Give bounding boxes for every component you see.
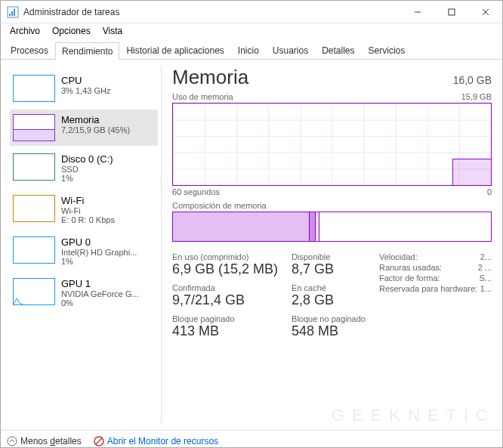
tab-rendimiento[interactable]: Rendimiento <box>55 42 119 60</box>
gpu0-thumb <box>13 236 55 264</box>
tab-inicio[interactable]: Inicio <box>231 42 266 59</box>
svg-point-8 <box>8 437 17 446</box>
sidebar-item-label: CPU <box>61 75 110 86</box>
sidebar-item-wifi[interactable]: Wi-Fi Wi-Fi E: 0 R: 0 Kbps <box>10 190 158 229</box>
open-resource-monitor-link[interactable]: Abrir el Monitor de recursos <box>94 436 218 446</box>
stats-grid: En uso (comprimido) 6,9 GB (15,2 MB) Con… <box>172 252 492 339</box>
window-title: Administrador de tareas <box>23 7 400 17</box>
sidebar-item-label: Memoria <box>61 114 130 125</box>
svg-rect-2 <box>11 11 13 16</box>
menu-vista[interactable]: Vista <box>97 24 128 38</box>
wifi-thumb <box>13 195 55 222</box>
menu-archivo[interactable]: Archivo <box>4 24 46 38</box>
content-area: CPU 3% 1,43 GHz Memoria 7,2/15,9 GB (45%… <box>1 60 502 430</box>
memory-composition-bar[interactable] <box>172 212 492 242</box>
svg-rect-3 <box>14 9 15 16</box>
tab-procesos[interactable]: Procesos <box>4 42 55 59</box>
comp-in-use <box>173 212 310 241</box>
menu-opciones[interactable]: Opciones <box>46 24 97 38</box>
axis-left: 60 segundos <box>172 187 220 196</box>
comp-free <box>319 212 491 241</box>
tab-bar: Procesos Rendimiento Historial de aplica… <box>1 39 502 60</box>
usage-max: 15,9 GB <box>461 92 492 101</box>
title-bar: Administrador de tareas <box>1 1 502 23</box>
minimize-button[interactable] <box>400 1 434 23</box>
spec-list: Velocidad:2... Ranuras usadas:2 ... Fact… <box>379 252 492 339</box>
memory-usage-chart[interactable] <box>172 103 492 186</box>
sidebar: CPU 3% 1,43 GHz Memoria 7,2/15,9 GB (45%… <box>7 66 162 424</box>
tab-historial[interactable]: Historial de aplicaciones <box>119 42 230 59</box>
disco-thumb <box>13 153 55 181</box>
stat-committed: Confirmada 9,7/21,4 GB <box>172 283 278 308</box>
menu-bar: Archivo Opciones Vista <box>1 23 502 39</box>
sidebar-item-label: GPU 0 <box>61 236 137 248</box>
tab-servicios[interactable]: Servicios <box>362 42 412 59</box>
svg-rect-5 <box>449 9 455 15</box>
footer-bar: Menos detalles Abrir el Monitor de recur… <box>1 430 502 448</box>
tab-usuarios[interactable]: Usuarios <box>266 42 315 59</box>
cpu-thumb <box>13 75 55 102</box>
memory-fill <box>452 159 491 185</box>
svg-rect-1 <box>9 14 11 16</box>
svg-line-10 <box>96 438 102 444</box>
main-panel: Memoria 16,0 GB Uso de memoria 15,9 GB 6… <box>165 60 502 430</box>
window-controls <box>400 1 502 23</box>
sidebar-item-cpu[interactable]: CPU 3% 1,43 GHz <box>10 70 158 107</box>
sidebar-item-memoria[interactable]: Memoria 7,2/15,9 GB (45%) <box>10 110 158 146</box>
sidebar-item-disco[interactable]: Disco 0 (C:) SSD 1% <box>10 149 158 187</box>
usage-label: Uso de memoria <box>172 92 233 101</box>
less-details-toggle[interactable]: Menos detalles <box>7 436 82 446</box>
app-icon <box>7 6 19 18</box>
sidebar-item-label: Disco 0 (C:) <box>61 153 113 165</box>
sidebar-item-label: GPU 1 <box>61 278 139 289</box>
sidebar-item-gpu1[interactable]: GPU 1 NVIDIA GeForce G... 0% <box>10 273 158 312</box>
stat-in-use: En uso (comprimido) 6,9 GB (15,2 MB) <box>172 252 278 277</box>
close-button[interactable] <box>468 1 502 23</box>
tab-detalles[interactable]: Detalles <box>315 42 361 59</box>
page-title: Memoria <box>172 66 248 89</box>
forbidden-icon <box>94 436 104 446</box>
sidebar-item-gpu0[interactable]: GPU 0 Intel(R) HD Graphi... 1% <box>10 232 158 270</box>
composition-label: Composición de memoria <box>172 201 492 210</box>
stat-paged: Bloque paginado 413 MB <box>172 314 278 339</box>
chevron-up-circle-icon <box>7 436 17 446</box>
total-memory: 16,0 GB <box>453 74 492 86</box>
memoria-thumb <box>13 114 55 141</box>
sidebar-item-label: Wi-Fi <box>61 195 115 206</box>
stat-available: Disponible 8,7 GB <box>292 252 366 277</box>
axis-right: 0 <box>487 187 492 196</box>
comp-modified <box>310 212 316 241</box>
stat-cached: En caché 2,8 GB <box>292 283 366 308</box>
maximize-button[interactable] <box>434 1 468 23</box>
gpu1-thumb <box>13 278 55 305</box>
stat-nonpaged: Bloque no paginado 548 MB <box>292 314 366 339</box>
